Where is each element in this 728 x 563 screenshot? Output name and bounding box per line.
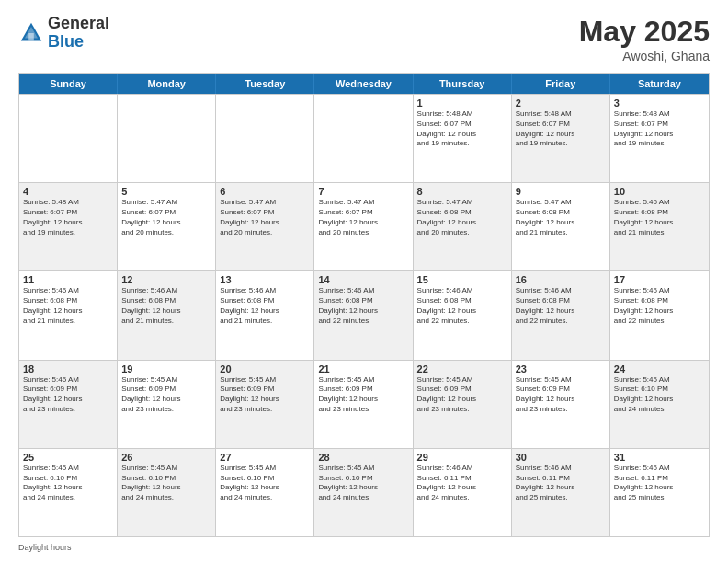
table-row: 8Sunrise: 5:47 AM Sunset: 6:08 PM Daylig…: [414, 183, 512, 270]
calendar-row: 4Sunrise: 5:48 AM Sunset: 6:07 PM Daylig…: [19, 182, 709, 270]
day-number: 10: [614, 186, 705, 197]
day-info: Sunrise: 5:47 AM Sunset: 6:07 PM Dayligh…: [220, 198, 310, 237]
day-number: 15: [417, 274, 507, 285]
day-number: 13: [220, 274, 310, 285]
table-row: 4Sunrise: 5:48 AM Sunset: 6:07 PM Daylig…: [19, 183, 118, 270]
day-info: Sunrise: 5:45 AM Sunset: 6:10 PM Dayligh…: [614, 375, 705, 415]
day-number: 29: [417, 452, 507, 463]
day-info: Sunrise: 5:46 AM Sunset: 6:08 PM Dayligh…: [121, 286, 211, 326]
day-info: Sunrise: 5:46 AM Sunset: 6:08 PM Dayligh…: [318, 286, 408, 326]
day-number: 16: [516, 274, 606, 285]
logo-icon: [18, 20, 44, 46]
calendar-body: 1Sunrise: 5:48 AM Sunset: 6:07 PM Daylig…: [19, 94, 709, 536]
page: General Blue May 2025 Awoshi, Ghana Sund…: [0, 0, 728, 563]
table-row: 10Sunrise: 5:46 AM Sunset: 6:08 PM Dayli…: [610, 183, 709, 270]
day-number: 5: [121, 186, 211, 197]
table-row: 2Sunrise: 5:48 AM Sunset: 6:07 PM Daylig…: [512, 95, 610, 182]
footer: Daylight hours: [18, 543, 710, 552]
day-info: Sunrise: 5:47 AM Sunset: 6:08 PM Dayligh…: [417, 198, 507, 237]
table-row: 5Sunrise: 5:47 AM Sunset: 6:07 PM Daylig…: [118, 183, 216, 270]
day-info: Sunrise: 5:46 AM Sunset: 6:11 PM Dayligh…: [516, 464, 606, 503]
table-row: 3Sunrise: 5:48 AM Sunset: 6:07 PM Daylig…: [610, 95, 709, 182]
table-row: [216, 95, 314, 182]
day-number: 17: [614, 274, 705, 285]
day-info: Sunrise: 5:48 AM Sunset: 6:07 PM Dayligh…: [417, 109, 507, 149]
table-row: 21Sunrise: 5:45 AM Sunset: 6:09 PM Dayli…: [314, 361, 413, 448]
day-info: Sunrise: 5:46 AM Sunset: 6:09 PM Dayligh…: [23, 375, 113, 415]
table-row: 11Sunrise: 5:46 AM Sunset: 6:08 PM Dayli…: [19, 271, 118, 359]
day-number: 14: [318, 274, 408, 285]
table-row: 1Sunrise: 5:48 AM Sunset: 6:07 PM Daylig…: [414, 95, 512, 182]
day-info: Sunrise: 5:45 AM Sunset: 6:10 PM Dayligh…: [318, 464, 408, 503]
cal-header-cell: Monday: [118, 74, 216, 94]
table-row: 17Sunrise: 5:46 AM Sunset: 6:08 PM Dayli…: [610, 271, 709, 359]
table-row: 18Sunrise: 5:46 AM Sunset: 6:09 PM Dayli…: [19, 361, 118, 448]
day-info: Sunrise: 5:46 AM Sunset: 6:11 PM Dayligh…: [614, 464, 705, 503]
day-info: Sunrise: 5:45 AM Sunset: 6:09 PM Dayligh…: [318, 375, 408, 415]
day-number: 24: [614, 363, 705, 374]
title-block: May 2025 Awoshi, Ghana: [579, 15, 710, 63]
table-row: 15Sunrise: 5:46 AM Sunset: 6:08 PM Dayli…: [414, 271, 512, 359]
day-number: 25: [23, 452, 113, 463]
cal-header-cell: Saturday: [610, 74, 709, 94]
calendar-row: 18Sunrise: 5:46 AM Sunset: 6:09 PM Dayli…: [19, 360, 709, 448]
logo-text: General Blue: [48, 15, 109, 52]
calendar-row: 25Sunrise: 5:45 AM Sunset: 6:10 PM Dayli…: [19, 448, 709, 536]
cal-header-cell: Thursday: [414, 74, 512, 94]
day-number: 21: [318, 363, 408, 374]
table-row: 24Sunrise: 5:45 AM Sunset: 6:10 PM Dayli…: [610, 361, 709, 448]
table-row: 9Sunrise: 5:47 AM Sunset: 6:08 PM Daylig…: [512, 183, 610, 270]
day-info: Sunrise: 5:48 AM Sunset: 6:07 PM Dayligh…: [23, 198, 113, 237]
day-number: 2: [516, 98, 606, 109]
cal-header-cell: Sunday: [19, 74, 118, 94]
day-number: 30: [516, 452, 606, 463]
calendar-header-row: SundayMondayTuesdayWednesdayThursdayFrid…: [19, 74, 709, 94]
day-info: Sunrise: 5:46 AM Sunset: 6:08 PM Dayligh…: [417, 286, 507, 326]
table-row: 16Sunrise: 5:46 AM Sunset: 6:08 PM Dayli…: [512, 271, 610, 359]
calendar: SundayMondayTuesdayWednesdayThursdayFrid…: [18, 73, 710, 537]
day-number: 23: [516, 363, 606, 374]
title-location: Awoshi, Ghana: [579, 49, 710, 63]
day-info: Sunrise: 5:46 AM Sunset: 6:08 PM Dayligh…: [220, 286, 310, 326]
day-info: Sunrise: 5:45 AM Sunset: 6:10 PM Dayligh…: [23, 464, 113, 503]
logo-blue: Blue: [48, 32, 84, 51]
day-info: Sunrise: 5:46 AM Sunset: 6:08 PM Dayligh…: [516, 286, 606, 326]
table-row: 26Sunrise: 5:45 AM Sunset: 6:10 PM Dayli…: [118, 449, 216, 536]
day-info: Sunrise: 5:45 AM Sunset: 6:10 PM Dayligh…: [121, 464, 211, 503]
day-number: 8: [417, 186, 507, 197]
day-info: Sunrise: 5:45 AM Sunset: 6:09 PM Dayligh…: [417, 375, 507, 415]
day-number: 18: [23, 363, 113, 374]
day-info: Sunrise: 5:45 AM Sunset: 6:09 PM Dayligh…: [220, 375, 310, 415]
day-number: 12: [121, 274, 211, 285]
day-number: 11: [23, 274, 113, 285]
day-info: Sunrise: 5:48 AM Sunset: 6:07 PM Dayligh…: [516, 109, 606, 149]
day-number: 28: [318, 452, 408, 463]
table-row: 13Sunrise: 5:46 AM Sunset: 6:08 PM Dayli…: [216, 271, 314, 359]
day-number: 22: [417, 363, 507, 374]
day-info: Sunrise: 5:45 AM Sunset: 6:09 PM Dayligh…: [516, 375, 606, 415]
day-number: 6: [220, 186, 310, 197]
table-row: 7Sunrise: 5:47 AM Sunset: 6:07 PM Daylig…: [314, 183, 413, 270]
table-row: [19, 95, 118, 182]
svg-rect-2: [28, 33, 34, 40]
table-row: [118, 95, 216, 182]
day-info: Sunrise: 5:47 AM Sunset: 6:07 PM Dayligh…: [318, 198, 408, 237]
table-row: 14Sunrise: 5:46 AM Sunset: 6:08 PM Dayli…: [314, 271, 413, 359]
table-row: 23Sunrise: 5:45 AM Sunset: 6:09 PM Dayli…: [512, 361, 610, 448]
day-number: 19: [121, 363, 211, 374]
table-row: 30Sunrise: 5:46 AM Sunset: 6:11 PM Dayli…: [512, 449, 610, 536]
calendar-row: 11Sunrise: 5:46 AM Sunset: 6:08 PM Dayli…: [19, 270, 709, 359]
table-row: 31Sunrise: 5:46 AM Sunset: 6:11 PM Dayli…: [610, 449, 709, 536]
table-row: 20Sunrise: 5:45 AM Sunset: 6:09 PM Dayli…: [216, 361, 314, 448]
day-info: Sunrise: 5:47 AM Sunset: 6:07 PM Dayligh…: [121, 198, 211, 237]
calendar-row: 1Sunrise: 5:48 AM Sunset: 6:07 PM Daylig…: [19, 94, 709, 182]
day-number: 4: [23, 186, 113, 197]
table-row: 22Sunrise: 5:45 AM Sunset: 6:09 PM Dayli…: [414, 361, 512, 448]
table-row: 29Sunrise: 5:46 AM Sunset: 6:11 PM Dayli…: [414, 449, 512, 536]
table-row: 27Sunrise: 5:45 AM Sunset: 6:10 PM Dayli…: [216, 449, 314, 536]
day-number: 27: [220, 452, 310, 463]
table-row: 12Sunrise: 5:46 AM Sunset: 6:08 PM Dayli…: [118, 271, 216, 359]
table-row: 6Sunrise: 5:47 AM Sunset: 6:07 PM Daylig…: [216, 183, 314, 270]
table-row: 19Sunrise: 5:45 AM Sunset: 6:09 PM Dayli…: [118, 361, 216, 448]
day-info: Sunrise: 5:46 AM Sunset: 6:11 PM Dayligh…: [417, 464, 507, 503]
